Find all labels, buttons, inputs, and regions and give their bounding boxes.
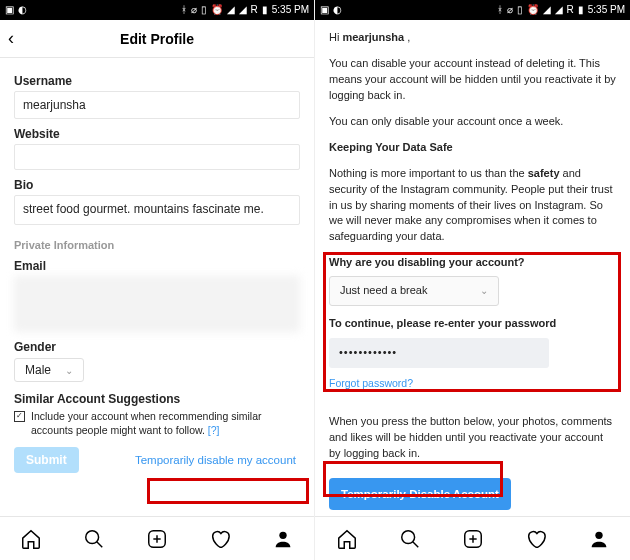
alarm-icon: ⏰ bbox=[527, 5, 539, 15]
back-button[interactable]: ‹ bbox=[8, 28, 14, 49]
status-bar: ▣ ◐ ᚼ ⌀ ▯ ⏰ ◢ ◢ R ▮ 5:35 PM bbox=[0, 0, 314, 20]
svg-point-11 bbox=[595, 531, 602, 538]
phone-edit-profile: ▣ ◐ ᚼ ⌀ ▯ ⏰ ◢ ◢ R ▮ 5:35 PM ‹ Edit Profi… bbox=[0, 0, 315, 560]
suggest-help-link[interactable]: [?] bbox=[208, 424, 220, 436]
disable-account-button[interactable]: Temporarily Disable Account bbox=[329, 478, 511, 511]
password-input[interactable]: •••••••••••• bbox=[329, 338, 549, 368]
para-info-2: You can only disable your account once a… bbox=[329, 114, 616, 130]
bottom-nav bbox=[0, 516, 314, 560]
submit-button[interactable]: Submit bbox=[14, 447, 79, 473]
net-label: R bbox=[567, 5, 574, 15]
search-icon[interactable] bbox=[399, 528, 421, 550]
reason-select[interactable]: Just need a break ⌄ bbox=[329, 276, 499, 306]
add-icon[interactable] bbox=[462, 528, 484, 550]
status-bar: ▣ ◐ ᚼ ⌀ ▯ ⏰ ◢ ◢ R ▮ 5:35 PM bbox=[315, 0, 630, 20]
bio-label: Bio bbox=[14, 178, 300, 192]
profile-icon[interactable] bbox=[588, 528, 610, 550]
nfc-icon: ⌀ bbox=[191, 5, 197, 15]
add-icon[interactable] bbox=[146, 528, 168, 550]
vibrate-icon: ▯ bbox=[201, 5, 207, 15]
svg-point-5 bbox=[279, 531, 286, 538]
bluetooth-icon: ᚼ bbox=[497, 5, 503, 15]
temporarily-disable-link[interactable]: Temporarily disable my account bbox=[131, 451, 300, 469]
username-label: Username bbox=[14, 74, 300, 88]
svg-point-6 bbox=[401, 530, 414, 543]
bottom-nav bbox=[315, 516, 630, 560]
svg-point-0 bbox=[86, 530, 99, 543]
bluetooth-icon: ᚼ bbox=[181, 5, 187, 15]
battery-icon: ▮ bbox=[578, 5, 584, 15]
email-label: Email bbox=[14, 259, 300, 273]
clock: 5:35 PM bbox=[588, 5, 625, 15]
chevron-down-icon: ⌄ bbox=[65, 365, 73, 376]
home-icon[interactable] bbox=[336, 528, 358, 550]
signal2-icon: ◢ bbox=[239, 5, 247, 15]
para-confirm: When you press the button below, your ph… bbox=[329, 414, 616, 462]
website-label: Website bbox=[14, 127, 300, 141]
search-icon[interactable] bbox=[83, 528, 105, 550]
forgot-password-link[interactable]: Forgot password? bbox=[329, 376, 413, 391]
heart-icon[interactable] bbox=[209, 528, 231, 550]
clock: 5:35 PM bbox=[272, 5, 309, 15]
suggest-text: Include your account when recommending s… bbox=[31, 410, 300, 437]
vibrate-icon: ▯ bbox=[517, 5, 523, 15]
gender-select[interactable]: Male ⌄ bbox=[14, 358, 84, 382]
gender-value: Male bbox=[25, 363, 51, 377]
svg-line-7 bbox=[412, 541, 418, 547]
greeting: Hi mearjunsha , bbox=[329, 30, 616, 46]
password-label: To continue, please re-enter your passwo… bbox=[329, 316, 616, 332]
heading-data-safe: Keeping Your Data Safe bbox=[329, 140, 616, 156]
pic-icon: ▣ bbox=[5, 5, 14, 15]
svg-line-1 bbox=[97, 541, 103, 547]
signal2-icon: ◢ bbox=[555, 5, 563, 15]
para-info-1: You can disable your account instead of … bbox=[329, 56, 616, 104]
nfc-icon: ⌀ bbox=[507, 5, 513, 15]
battery-icon: ▮ bbox=[262, 5, 268, 15]
gender-label: Gender bbox=[14, 340, 300, 354]
header: ‹ Edit Profile bbox=[0, 20, 314, 58]
disable-account-page: Hi mearjunsha , You can disable your acc… bbox=[315, 20, 630, 516]
para-data-safe: Nothing is more important to us than the… bbox=[329, 166, 616, 246]
alarm-icon: ⏰ bbox=[211, 5, 223, 15]
signal-icon: ◢ bbox=[227, 5, 235, 15]
net-label: R bbox=[251, 5, 258, 15]
suggest-checkbox[interactable]: ✓ bbox=[14, 411, 25, 422]
signal-icon: ◢ bbox=[543, 5, 551, 15]
disable-form: Why are you disabling your account? Just… bbox=[329, 255, 616, 392]
cloud-icon: ◐ bbox=[333, 5, 342, 15]
website-input[interactable] bbox=[14, 144, 300, 170]
reason-value: Just need a break bbox=[340, 283, 427, 299]
bio-input[interactable]: street food gourmet. mountains fascinate… bbox=[14, 195, 300, 225]
suggest-heading: Similar Account Suggestions bbox=[14, 392, 300, 406]
home-icon[interactable] bbox=[20, 528, 42, 550]
chevron-down-icon: ⌄ bbox=[480, 284, 488, 299]
phone-disable-account: ▣ ◐ ᚼ ⌀ ▯ ⏰ ◢ ◢ R ▮ 5:35 PM Hi mearjunsh… bbox=[315, 0, 630, 560]
heart-icon[interactable] bbox=[525, 528, 547, 550]
edit-profile-form: Username mearjunsha Website Bio street f… bbox=[0, 58, 314, 516]
pic-icon: ▣ bbox=[320, 5, 329, 15]
page-title: Edit Profile bbox=[120, 31, 194, 47]
private-info-heading: Private Information bbox=[14, 239, 300, 251]
reason-label: Why are you disabling your account? bbox=[329, 255, 616, 271]
username-input[interactable]: mearjunsha bbox=[14, 91, 300, 119]
email-input-blurred[interactable] bbox=[14, 276, 300, 332]
profile-icon[interactable] bbox=[272, 528, 294, 550]
cloud-icon: ◐ bbox=[18, 5, 27, 15]
